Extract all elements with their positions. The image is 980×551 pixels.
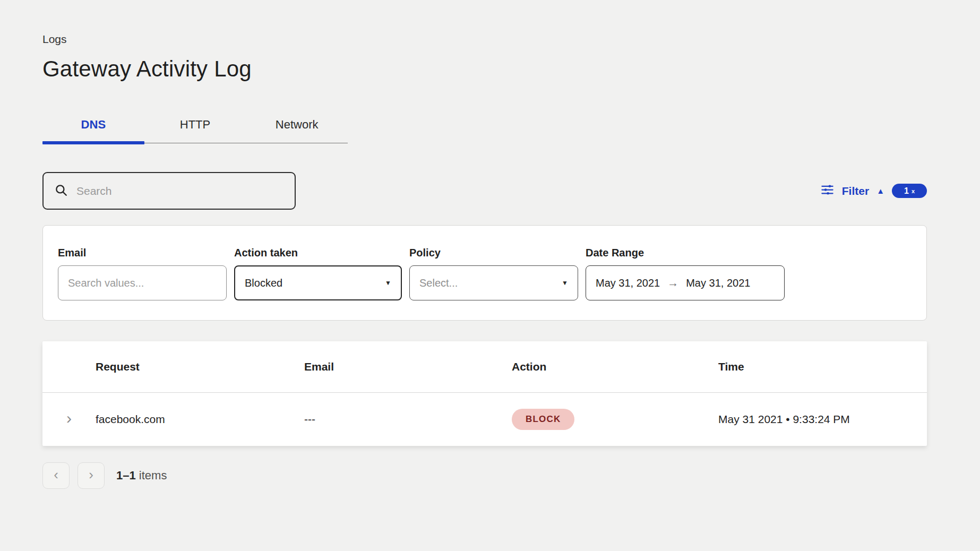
tab-network-label: Network [276, 118, 319, 132]
email-filter-label: Email [58, 247, 227, 259]
tab-dns-label: DNS [81, 118, 106, 132]
chevron-right-icon: › [89, 467, 93, 483]
chevron-down-icon: ▼ [562, 280, 568, 286]
filter-field-action-taken: Action taken Blocked ▼ [234, 247, 402, 320]
row-expand-chevron-icon[interactable]: › [66, 410, 72, 426]
active-tab-indicator [42, 141, 144, 144]
filter-panel: Email Action taken Blocked ▼ Policy Sele… [42, 225, 927, 321]
date-range-end: May 31, 2021 [686, 277, 750, 289]
date-range-picker[interactable]: May 31, 2021 → May 31, 2021 [586, 265, 785, 300]
table-header-row: Request Email Action Time [42, 341, 927, 392]
cell-action: BLOCK [512, 409, 718, 430]
page-title: Gateway Activity Log [42, 56, 927, 82]
tab-dns[interactable]: DNS [42, 106, 144, 143]
filter-controls: Filter ▲ 1 x [820, 183, 927, 199]
pagination: ‹ › 1–1 items [42, 462, 927, 489]
search-input[interactable] [76, 185, 278, 197]
filter-field-policy: Policy Select... ▼ [409, 247, 578, 320]
column-header-action: Action [512, 360, 718, 373]
search-box[interactable] [42, 172, 296, 210]
table-row[interactable]: › facebook.com --- BLOCK May 31 2021 • 9… [42, 392, 927, 446]
action-taken-select[interactable]: Blocked ▼ [234, 265, 402, 300]
search-icon [54, 183, 68, 199]
action-taken-selected-value: Blocked [245, 277, 282, 289]
previous-page-button[interactable]: ‹ [42, 462, 70, 489]
email-filter-input-wrap[interactable] [58, 265, 227, 300]
items-range: 1–1 [116, 469, 136, 482]
gateway-activity-log-page: Logs Gateway Activity Log DNS HTTP Netwo… [0, 0, 980, 489]
date-range-start: May 31, 2021 [596, 277, 660, 289]
items-label: items [139, 469, 167, 482]
column-header-request: Request [96, 360, 304, 373]
filter-collapse-caret-icon[interactable]: ▲ [876, 187, 884, 195]
activity-log-table: Request Email Action Time › facebook.com… [42, 341, 927, 446]
filter-toggle[interactable]: Filter [842, 185, 869, 197]
cell-request: facebook.com [96, 413, 304, 426]
action-taken-filter-label: Action taken [234, 247, 402, 259]
tab-network[interactable]: Network [246, 106, 348, 143]
filter-count-suffix: x [912, 188, 915, 194]
policy-filter-label: Policy [409, 247, 578, 259]
chevron-down-icon: ▼ [385, 280, 391, 286]
tab-http-label: HTTP [180, 118, 210, 132]
chevron-left-icon: ‹ [54, 467, 58, 483]
filter-sliders-icon [820, 183, 835, 199]
block-action-badge: BLOCK [512, 409, 574, 430]
column-header-email: Email [304, 360, 512, 373]
arrow-right-icon: → [667, 277, 678, 289]
filter-count-badge[interactable]: 1 x [892, 184, 927, 198]
filter-field-email: Email [58, 247, 227, 320]
email-filter-input[interactable] [68, 277, 217, 289]
toolbar: Filter ▲ 1 x [42, 172, 927, 210]
filter-field-date-range: Date Range May 31, 2021 → May 31, 2021 [586, 247, 785, 320]
policy-select[interactable]: Select... ▼ [409, 265, 578, 300]
cell-email: --- [304, 413, 512, 426]
filter-count: 1 [904, 186, 909, 196]
breadcrumb: Logs [42, 33, 927, 46]
log-type-tabs: DNS HTTP Network [42, 106, 348, 143]
date-range-filter-label: Date Range [586, 247, 785, 259]
tab-http[interactable]: HTTP [144, 106, 246, 143]
policy-selected-value: Select... [419, 277, 458, 289]
items-count: 1–1 items [116, 469, 167, 483]
column-header-time: Time [718, 360, 927, 373]
cell-time: May 31 2021 • 9:33:24 PM [718, 413, 927, 426]
next-page-button[interactable]: › [78, 462, 105, 489]
